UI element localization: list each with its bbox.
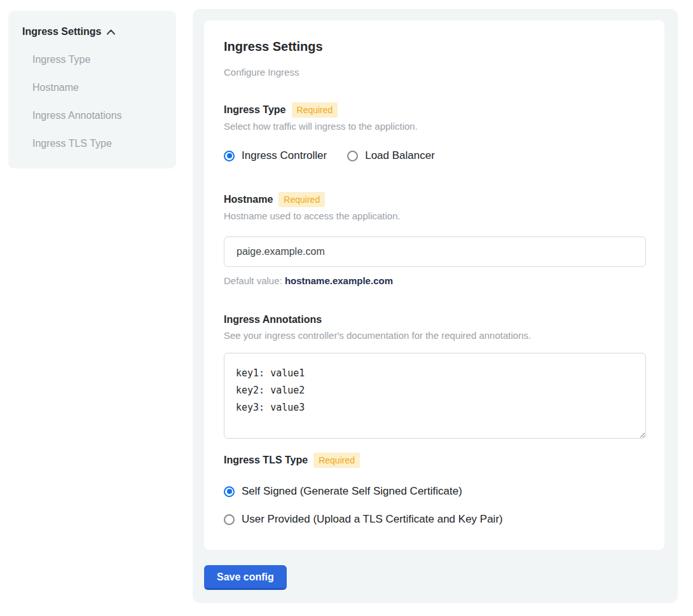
sidebar-item-ingress-type[interactable]: Ingress Type bbox=[22, 54, 163, 65]
radio-selected-icon[interactable] bbox=[224, 151, 235, 161]
radio-unselected-icon[interactable] bbox=[347, 151, 358, 161]
field-group-ingress-type: Ingress Type Required Select how traffic… bbox=[224, 102, 646, 162]
sidebar-section-label: Ingress Settings bbox=[22, 26, 101, 38]
ingress-settings-card: Ingress Settings Configure Ingress Ingre… bbox=[204, 20, 664, 550]
ingress-type-heading: Ingress Type Required bbox=[224, 102, 646, 118]
ingress-annotations-textarea[interactable]: key1: value1 key2: value2 key3: value3 bbox=[224, 353, 646, 439]
radio-ingress-controller-label: Ingress Controller bbox=[242, 149, 327, 162]
ingress-tls-type-heading: Ingress TLS Type Required bbox=[224, 453, 646, 468]
radio-load-balancer[interactable]: Load Balancer bbox=[347, 149, 435, 162]
ingress-type-radio-group: Ingress Controller Load Balancer bbox=[224, 149, 646, 162]
radio-self-signed-label: Self Signed (Generate Self Signed Certif… bbox=[242, 485, 462, 498]
field-group-hostname: Hostname Required Hostname used to acces… bbox=[224, 192, 646, 286]
ingress-tls-type-label: Ingress TLS Type bbox=[224, 453, 308, 467]
sidebar-item-ingress-annotations[interactable]: Ingress Annotations bbox=[22, 110, 163, 121]
default-value-text: hostname.example.com bbox=[285, 275, 393, 286]
ingress-annotations-label: Ingress Annotations bbox=[224, 313, 322, 327]
default-value-label: Default value: bbox=[224, 275, 282, 286]
hostname-default-line: Default value: hostname.example.com bbox=[224, 275, 646, 286]
page-title: Ingress Settings bbox=[224, 39, 646, 54]
ingress-annotations-heading: Ingress Annotations bbox=[224, 313, 646, 327]
page-subtitle: Configure Ingress bbox=[224, 66, 646, 79]
radio-self-signed[interactable]: Self Signed (Generate Self Signed Certif… bbox=[224, 485, 646, 498]
ingress-annotations-description: See your ingress controller's documentat… bbox=[224, 329, 646, 342]
radio-load-balancer-label: Load Balancer bbox=[365, 149, 435, 162]
sidebar-item-ingress-tls-type[interactable]: Ingress TLS Type bbox=[22, 138, 163, 149]
sidebar-items: Ingress Type Hostname Ingress Annotation… bbox=[22, 54, 163, 149]
ingress-type-description: Select how traffic will ingress to the a… bbox=[224, 120, 646, 133]
radio-user-provided[interactable]: User Provided (Upload a TLS Certificate … bbox=[224, 513, 646, 526]
hostname-label: Hostname bbox=[224, 193, 273, 207]
chevron-up-icon bbox=[106, 28, 116, 36]
ingress-settings-panel: Ingress Settings Configure Ingress Ingre… bbox=[193, 9, 678, 603]
sidebar-section-ingress-settings[interactable]: Ingress Settings bbox=[22, 26, 163, 38]
required-badge: Required bbox=[313, 453, 360, 468]
hostname-input[interactable] bbox=[224, 236, 646, 267]
ingress-tls-radio-group: Self Signed (Generate Self Signed Certif… bbox=[224, 485, 646, 526]
required-badge: Required bbox=[278, 192, 325, 207]
field-group-ingress-tls-type: Ingress TLS Type Required Self Signed (G… bbox=[224, 453, 646, 526]
settings-sidebar: Ingress Settings Ingress Type Hostname I… bbox=[8, 11, 176, 168]
required-badge: Required bbox=[292, 102, 338, 118]
hostname-heading: Hostname Required bbox=[224, 192, 646, 207]
radio-selected-icon[interactable] bbox=[224, 486, 235, 497]
ingress-type-label: Ingress Type bbox=[224, 103, 286, 117]
radio-user-provided-label: User Provided (Upload a TLS Certificate … bbox=[242, 513, 503, 526]
hostname-description: Hostname used to access the application. bbox=[224, 210, 646, 222]
field-group-ingress-annotations: Ingress Annotations See your ingress con… bbox=[224, 313, 646, 439]
sidebar-item-hostname[interactable]: Hostname bbox=[22, 82, 163, 93]
radio-ingress-controller[interactable]: Ingress Controller bbox=[224, 149, 327, 162]
save-config-button[interactable]: Save config bbox=[204, 565, 287, 590]
radio-unselected-icon[interactable] bbox=[224, 514, 235, 525]
